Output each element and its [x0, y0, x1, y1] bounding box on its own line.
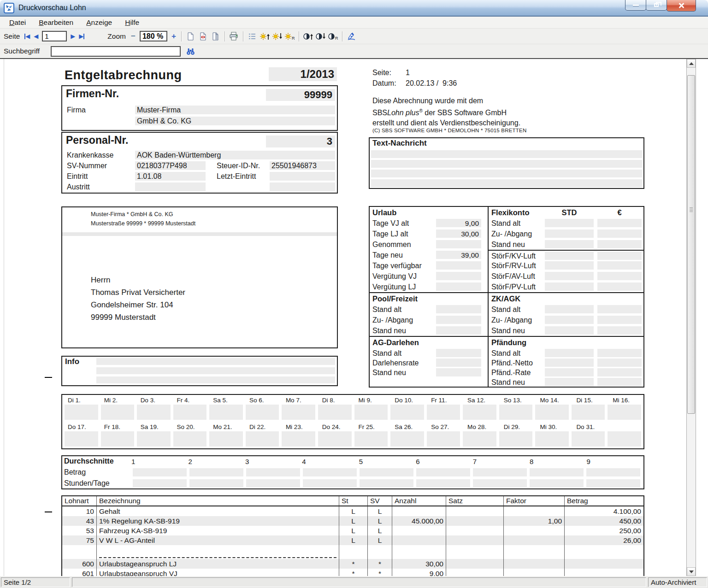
first-page-button[interactable]: ◀	[23, 32, 32, 41]
contrast-up-button[interactable]	[302, 30, 314, 42]
zoom-in-button[interactable]: +	[169, 32, 178, 41]
betrag-cell	[473, 468, 527, 476]
firmen-nr-label: Firmen-Nr.	[66, 88, 119, 100]
anzahl-cell	[392, 535, 446, 545]
flexikonto-col-eur: €	[597, 208, 642, 217]
contrast-down-button[interactable]	[314, 30, 327, 42]
row-label: Zu- /Abgang	[491, 230, 532, 238]
betrag-cell	[189, 468, 243, 476]
address-line: Thomas Privat Versicherter	[91, 286, 185, 299]
recipient-address: Herrn Thomas Privat Versicherter Gondels…	[91, 274, 185, 323]
vertical-scrollbar[interactable]	[686, 59, 696, 576]
search-label: Suchbegriff	[4, 47, 51, 55]
details-list-button[interactable]	[246, 30, 259, 42]
calendar-day-cell	[137, 405, 171, 420]
scroll-down-button[interactable]	[687, 567, 696, 576]
urlaub-row: Vergütung VJ	[370, 271, 488, 282]
brightness-down-button[interactable]	[271, 30, 283, 42]
menu-bearbeiten[interactable]: Bearbeiten	[34, 17, 78, 28]
betrag-cell: 26,00	[564, 535, 643, 545]
brightness-reset-button[interactable]: R	[283, 30, 296, 42]
col-header: Satz	[446, 496, 503, 506]
calendar-day-label: So 20.	[171, 422, 207, 431]
sv-nummer-label: SV-Nummer	[67, 162, 107, 170]
menu-datei[interactable]: Datei	[5, 17, 30, 28]
note-line2: SBSLohn plus® der SBS Software GmbH	[372, 106, 520, 118]
brightness-up-button[interactable]	[259, 30, 271, 42]
scrollbar-thumb[interactable]	[687, 75, 695, 414]
betrag-cell	[564, 569, 643, 576]
lohnart-cell: 601	[62, 569, 96, 576]
info-stripe	[96, 376, 335, 383]
menu-bar: Datei Bearbeiten Anzeige Hilfe	[0, 17, 708, 29]
anzahl-cell: 30,00	[392, 559, 446, 569]
austritt-value	[135, 182, 206, 191]
calendar-day-cell	[246, 431, 279, 447]
zoom-input[interactable]	[140, 31, 167, 41]
zoom-out-button[interactable]: −	[129, 32, 138, 41]
eur-cell	[597, 349, 642, 357]
lohnart-row: 43 1% Regelung KA-SB-919 L L 45.000,00 1…	[62, 516, 643, 526]
calendar-day-label: Do 10.	[389, 395, 425, 405]
menu-anzeige[interactable]: Anzeige	[82, 17, 117, 28]
row-value	[436, 282, 481, 291]
scrollbar-track[interactable]	[687, 68, 696, 567]
search-input[interactable]	[51, 46, 181, 57]
calendar-day-cell	[427, 405, 460, 420]
bezeichnung-cell: Urlaubstageanspruch VJ	[96, 569, 339, 576]
krankenkasse-value: AOK Baden-Württemberg	[135, 151, 335, 159]
prev-page-button[interactable]: ◀	[32, 32, 40, 41]
new-document-button[interactable]	[184, 30, 197, 42]
ink-color-button[interactable]	[345, 30, 358, 42]
scroll-down-icon	[689, 570, 694, 573]
calendar-day-cell	[463, 405, 496, 420]
lohnart-empty-row	[62, 545, 643, 553]
row-label: Genommen	[372, 241, 411, 248]
calendar-day-cell	[390, 431, 424, 447]
page-number-input[interactable]	[42, 31, 67, 41]
scroll-up-icon	[689, 62, 694, 65]
st-cell: L	[339, 506, 367, 516]
calendar-day-label: Mi 16.	[607, 395, 643, 405]
calendar-day-cell	[173, 431, 207, 447]
toolbar-separator	[299, 31, 299, 41]
zk-agk-row: Zu- /Abgang	[489, 315, 643, 325]
menu-hilfe[interactable]: Hilfe	[120, 17, 144, 28]
flexikonto-panel: Flexikonto STD € Stand altZu- /AbgangSta…	[489, 207, 643, 292]
app-window: Druckvorschau Lohn Datei Bearbeiten Anze…	[0, 0, 708, 588]
row-label: Stand neu	[372, 369, 406, 376]
urlaub-row: Tage VJ alt9,00	[370, 218, 488, 229]
restore-button[interactable]	[646, 0, 667, 11]
calendar-day-cell	[572, 405, 605, 420]
stunden-tage-label: Stunden/Tage	[62, 479, 131, 488]
print-button[interactable]	[228, 30, 240, 42]
scroll-up-button[interactable]	[687, 59, 696, 68]
st-cell: L	[339, 535, 367, 545]
toolbar: Seite ◀ ◀ ▶ ▶ Zoom − +	[0, 29, 708, 44]
st-cell: *	[339, 569, 367, 576]
personal-nr-value: 3	[266, 135, 335, 147]
last-page-button[interactable]: ▶	[77, 32, 86, 41]
export-document-button[interactable]	[197, 30, 209, 42]
search-button[interactable]	[184, 45, 197, 57]
svg-text:R: R	[335, 36, 338, 41]
urlaub-row: Tage LJ alt30,00	[370, 229, 488, 239]
calendar-day-label: Do 3.	[135, 395, 171, 405]
next-page-button[interactable]: ▶	[69, 32, 77, 41]
calendar-day-label: Fr 25.	[353, 422, 389, 431]
durchschnitte-col-number: 3	[245, 456, 302, 467]
anzahl-cell	[392, 526, 446, 535]
stunden-tage-cell	[246, 479, 300, 488]
row-label: Stand alt	[491, 219, 520, 227]
document-properties-button[interactable]	[209, 30, 222, 42]
bezeichnung-cell: 1% Regelung KA-SB-919	[96, 516, 339, 526]
eur-cell	[597, 229, 642, 238]
lohnart-header-row: Lohnart Bezeichnung St SV Anzahl Satz Fa…	[62, 496, 643, 506]
contrast-reset-icon: R	[328, 32, 338, 41]
calendar-day-cell	[282, 405, 315, 420]
minimize-button[interactable]	[625, 0, 646, 11]
row-label: Darlehensrate	[372, 359, 419, 367]
contrast-reset-button[interactable]: R	[327, 30, 339, 42]
toolbar-separator	[224, 31, 225, 41]
close-button[interactable]	[667, 0, 696, 12]
